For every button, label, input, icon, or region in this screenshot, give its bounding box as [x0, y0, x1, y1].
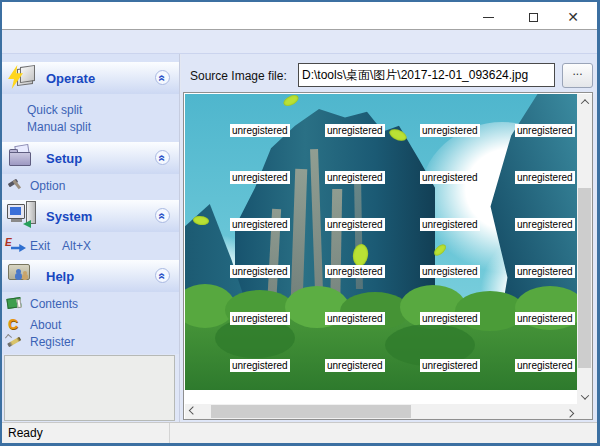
scrollbar-corner: [577, 404, 592, 419]
section-label-help: Help: [46, 269, 74, 284]
sidebar-item-label: Option: [30, 179, 65, 193]
watermark-label: unregistered: [420, 359, 480, 372]
watermark-label: unregistered: [515, 218, 575, 231]
watermark-label: unregistered: [230, 171, 290, 184]
sidebar-empty-panel: [4, 355, 175, 421]
sidebar-section-setup[interactable]: Setup «: [2, 142, 179, 174]
sidebar-divider: [179, 54, 181, 422]
sidebar-item-shortcut: Alt+X: [62, 239, 91, 253]
status-right-panel: [170, 423, 597, 443]
minimize-button[interactable]: [472, 6, 504, 28]
watermark-label: unregistered: [515, 124, 575, 137]
minimize-icon: [483, 17, 494, 18]
folder-icon: [6, 144, 38, 172]
watermark-label: unregistered: [420, 171, 480, 184]
chevron-up-icon: «: [157, 74, 169, 81]
status-message: Ready: [2, 423, 170, 443]
sidebar-section-operate[interactable]: Operate «: [2, 62, 179, 94]
horizontal-scroll-thumb[interactable]: [211, 405, 411, 418]
watermark-label: unregistered: [325, 359, 385, 372]
watermark-label: unregistered: [325, 124, 385, 137]
sidebar-item-register[interactable]: Register: [2, 334, 179, 350]
book-icon: [7, 297, 24, 310]
watermark-label: unregistered: [325, 265, 385, 278]
scroll-right-button[interactable]: [562, 404, 577, 419]
scroll-up-button[interactable]: [577, 94, 592, 109]
watermark-label: unregistered: [515, 265, 575, 278]
chevron-right-icon: [565, 409, 573, 417]
watermark-label: unregistered: [515, 171, 575, 184]
scroll-down-button[interactable]: [577, 389, 592, 404]
sidebar-item-label: Exit: [30, 239, 50, 253]
scroll-left-button[interactable]: [185, 404, 200, 419]
register-pencil-icon: [6, 334, 23, 348]
preview-frame: unregisteredunregisteredunregisteredunre…: [183, 92, 593, 420]
watermark-label: unregistered: [230, 265, 290, 278]
chevron-left-icon: [188, 406, 196, 414]
chevron-up-icon: «: [157, 154, 169, 161]
leaf-shape: [282, 94, 300, 107]
watermark-label: unregistered: [515, 312, 575, 325]
maximize-icon: [529, 13, 538, 22]
sidebar-item-quick-split[interactable]: Quick split: [27, 103, 82, 117]
chevron-up-icon: «: [157, 212, 169, 219]
sidebar-item-label: Contents: [30, 297, 78, 311]
chevron-down-icon: [580, 391, 588, 399]
title-bar: ✕: [2, 2, 597, 29]
horizontal-scrollbar[interactable]: [185, 404, 577, 419]
status-bar: Ready: [2, 422, 597, 443]
maximize-button[interactable]: [517, 6, 549, 28]
close-icon: ✕: [567, 10, 579, 24]
watermark-label: unregistered: [515, 359, 575, 372]
sidebar-item-label: Register: [30, 335, 75, 349]
close-button[interactable]: ✕: [557, 6, 589, 28]
source-image-label: Source Image file:: [190, 69, 287, 83]
watermark-label: unregistered: [230, 218, 290, 231]
help-folder-icon: [7, 261, 39, 289]
watermark-label: unregistered: [325, 312, 385, 325]
window-border-top: [0, 0, 600, 2]
collapse-system-button[interactable]: «: [155, 208, 170, 223]
watermark-label: unregistered: [230, 124, 290, 137]
hammer-icon: [7, 179, 23, 193]
watermark-label: unregistered: [420, 312, 480, 325]
computer-icon: [6, 200, 40, 230]
sidebar-item-contents[interactable]: Contents: [2, 296, 179, 312]
watermark-label: unregistered: [420, 265, 480, 278]
watermark-label: unregistered: [325, 171, 385, 184]
sidebar-section-help[interactable]: Help «: [2, 260, 179, 292]
collapse-setup-button[interactable]: «: [155, 150, 170, 165]
lightning-cards-icon: [8, 64, 38, 92]
sidebar-item-manual-split[interactable]: Manual split: [27, 120, 91, 134]
vertical-scroll-thumb[interactable]: [578, 188, 591, 368]
window-border-left: [0, 0, 2, 446]
sidebar: Operate « Quick split Manual split Setup…: [2, 54, 179, 354]
about-c-icon: C: [8, 316, 18, 332]
sidebar-item-exit[interactable]: E Exit Alt+X: [2, 238, 179, 254]
watermark-label: unregistered: [230, 312, 290, 325]
watermark-label: unregistered: [420, 218, 480, 231]
titlebar-separator: [2, 29, 597, 30]
preview-image: unregisteredunregisteredunregisteredunre…: [185, 94, 577, 390]
app-window: ✕ Operate « Quick split Manual split Set…: [0, 0, 600, 446]
sidebar-item-about[interactable]: C About: [2, 317, 179, 333]
vertical-scrollbar[interactable]: [577, 94, 592, 404]
chevron-up-icon: [580, 99, 588, 107]
section-label-system: System: [46, 209, 92, 224]
toolbar-strip: [2, 30, 597, 54]
sidebar-item-label: About: [30, 318, 61, 332]
section-label-setup: Setup: [46, 151, 82, 166]
sidebar-section-system[interactable]: System «: [2, 200, 179, 232]
sidebar-item-option[interactable]: Option: [2, 178, 179, 194]
watermark-label: unregistered: [325, 218, 385, 231]
exit-icon: E: [5, 238, 29, 253]
collapse-operate-button[interactable]: «: [155, 70, 170, 85]
source-path-input[interactable]: [298, 63, 555, 87]
section-label-operate: Operate: [46, 71, 95, 86]
chevron-up-icon: «: [157, 272, 169, 279]
watermark-label: unregistered: [230, 359, 290, 372]
browse-button[interactable]: ...: [562, 63, 593, 88]
watermark-label: unregistered: [420, 124, 480, 137]
collapse-help-button[interactable]: «: [155, 268, 170, 283]
